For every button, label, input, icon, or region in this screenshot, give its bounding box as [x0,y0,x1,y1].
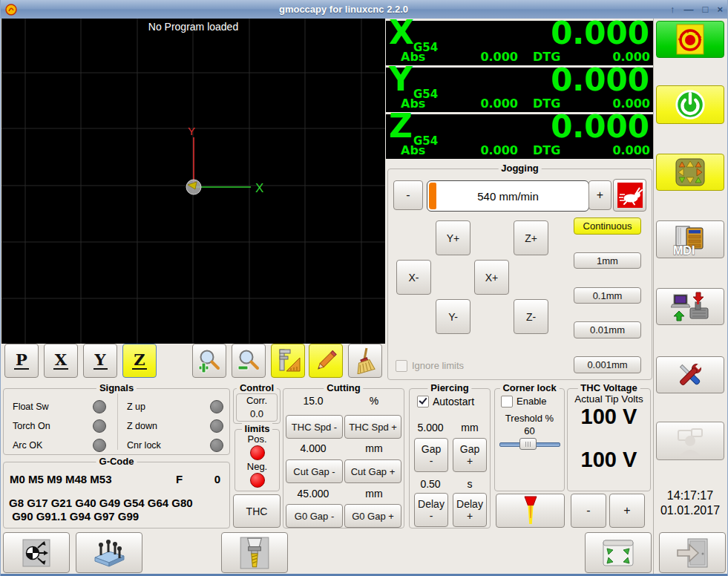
signal-torch-on-led [93,419,106,433]
tool-change-button[interactable] [221,532,288,573]
corr-value: 0.0 [237,408,277,421]
mdi-mode-button[interactable]: MDI [656,220,724,258]
jog-speed-minus-button[interactable]: - [393,180,423,210]
correction-display: Corr. 0.0 [236,393,278,422]
pierce-gap-plus-button[interactable]: Gap+ [453,438,487,472]
zoom-in-button[interactable] [192,344,226,378]
limit-pos-led [250,445,265,460]
view-z-button[interactable]: Z [122,344,157,378]
limit-neg-led [250,473,265,488]
dro-y-value: 0.000 [551,63,649,97]
jog-x-plus-button[interactable]: X+ [474,260,509,295]
signal-z-up-label: Z up [127,402,145,412]
touch-plate-icon [91,537,128,569]
machine-on-button[interactable] [656,85,724,124]
dimensions-button[interactable] [271,344,305,378]
corner-lock-enable-checkbox[interactable] [501,396,513,408]
dro-z-abs-label: Abs [401,143,425,157]
signal-z-down-label: Z down [127,421,157,431]
edit-button[interactable] [309,344,343,378]
increment-1mm-button[interactable]: 1mm [574,252,641,269]
thc-voltage-title: THC Voltage [577,382,640,393]
jog-speed-value: 540 mm/min [427,181,588,211]
thc-button[interactable]: THC [233,494,281,528]
pierce-delay-plus-button[interactable]: Delay+ [453,493,487,527]
user-settings-button [656,422,724,460]
gcode-f-value: 0 [214,473,220,485]
dro-z-letter: Z [389,108,413,144]
autostart-checkbox[interactable] [417,396,429,408]
g0-gap-minus-button[interactable]: G0 Gap - [286,504,343,528]
increment-0p001mm-button[interactable]: 0.001mm [574,356,641,373]
control-title: Control [237,382,277,393]
view-y-button[interactable]: Y [83,344,117,378]
threshold-value: 60 [495,425,564,436]
jog-x-minus-button[interactable]: X- [396,260,431,295]
minimize-icon[interactable]: — [684,4,694,15]
gcode-preview[interactable]: Y X No Program loaded [1,19,385,344]
cut-gap-plus-button[interactable]: Cut Gap + [344,459,401,483]
zoom-out-icon [235,347,262,374]
fullscreen-button[interactable] [585,532,652,573]
signal-cnr-lock-led [210,439,223,452]
exit-button[interactable] [659,532,726,573]
settings-button[interactable] [656,356,724,393]
dro-axis-y[interactable]: Y G54 0.000 Abs 0.000 DTG 0.000 [386,68,654,112]
touch-off-button[interactable] [3,532,70,573]
thc-voltage-frame: THC Voltage Actual Tip Volts 100 V 100 V [567,388,651,491]
threshold-slider[interactable] [499,438,560,450]
signal-arc-ok-label: Arc OK [13,440,42,451]
signals-frame: Signals Float Sw Torch On Arc OK Z up Z … [3,388,230,455]
view-x-button[interactable]: X [44,344,78,378]
g0-gap-plus-button[interactable]: G0 Gap + [344,504,401,528]
jog-y-plus-button[interactable]: Y+ [436,220,470,255]
clock-time: 14:17:17 [653,488,727,503]
auto-mode-button[interactable] [656,288,724,325]
signal-cnr-lock-label: Cnr lock [127,440,161,451]
thc-speed-plus-button[interactable]: THC Spd + [344,415,401,439]
pierce-delay-minus-button[interactable]: Delay- [414,493,448,527]
pierce-gap-value: 5.000 [411,422,450,433]
limit-pos-label: Pos. [235,433,279,445]
g0-gap-unit: mm [344,488,404,500]
cut-gap-unit: mm [344,442,404,454]
zoom-out-button[interactable] [232,344,266,378]
thc-speed-unit: % [344,395,404,407]
shade-icon[interactable]: ↑ [670,4,675,15]
dro-x-abs-value: 0.000 [453,50,518,64]
ignore-limits-checkbox[interactable] [396,360,407,372]
pierce-delay-unit: s [451,478,488,490]
block-height-button[interactable] [76,532,142,573]
threshold-slider-handle[interactable] [519,438,537,450]
increment-0p1mm-button[interactable]: 0.1mm [574,287,641,304]
increment-continuous-button[interactable]: Continuous [574,217,641,235]
torch-button[interactable] [496,494,565,528]
increment-0p01mm-button[interactable]: 0.01mm [574,321,641,338]
close-icon[interactable]: × [717,4,723,15]
preview-message: No Program loaded [1,21,385,33]
manual-mode-button[interactable] [656,154,724,191]
emergency-stop-button[interactable]: Emergency-Stop [656,21,724,58]
pierce-gap-minus-button[interactable]: Gap- [414,438,448,472]
jog-speed-slider[interactable]: 540 mm/min [427,180,589,212]
jog-z-minus-button[interactable]: Z- [514,299,548,334]
thc-target-voltage: 100 V [568,405,650,429]
limits-title: limits [242,423,273,434]
clear-plot-button[interactable] [348,344,382,378]
corr-label: Corr. [237,394,277,408]
dro-axis-z[interactable]: Z G54 0.000 Abs 0.000 DTG 0.000 [386,114,654,159]
thc-voltage-plus-button[interactable]: + [609,494,645,528]
turtle-rabbit-toggle-button[interactable] [613,179,646,212]
thc-voltage-minus-button[interactable]: - [571,494,606,528]
jog-z-plus-button[interactable]: Z+ [514,220,548,255]
jog-y-minus-button[interactable]: Y- [436,299,470,334]
maximize-icon[interactable]: □ [703,4,709,15]
thc-speed-minus-button[interactable]: THC Spd - [286,415,343,439]
cut-gap-minus-button[interactable]: Cut Gap - [286,459,343,483]
dro-axis-x[interactable]: X G54 0.000 Abs 0.000 DTG 0.000 [386,21,654,65]
jog-speed-plus-button[interactable]: + [588,180,611,210]
window-title: gmoccapy for linuxcnc 2.2.0 [17,4,670,15]
actual-tip-volts-label: Actual Tip Volts [568,393,650,405]
view-p-button[interactable]: P [4,344,39,378]
x-axis-label: X [255,181,263,195]
